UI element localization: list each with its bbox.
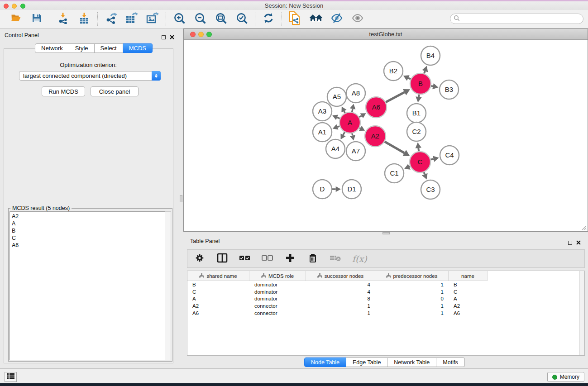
network-graph-canvas[interactable]: B4B2BB3B1A5A8A6A3AA1A2C2A4A7C4CC1C3DD1 <box>184 40 588 231</box>
graph-node-C4[interactable]: C4 <box>440 146 459 165</box>
graph-edge-C-C1[interactable] <box>409 167 410 167</box>
graph-node-B3[interactable]: B3 <box>440 80 459 99</box>
tab-network-table[interactable]: Network Table <box>387 357 436 367</box>
close-table-panel-icon[interactable] <box>576 238 581 247</box>
show-graphics-details-button[interactable] <box>351 12 364 26</box>
graph-edge-A-A1[interactable] <box>337 126 339 127</box>
optimization-criterion-select[interactable]: largest connected component (directed) <box>19 71 161 81</box>
horizontal-split-handle[interactable] <box>382 232 390 234</box>
show-column-panel-button[interactable] <box>216 253 228 265</box>
graph-node-C[interactable]: C <box>410 152 430 172</box>
tab-select[interactable]: Select <box>95 43 123 53</box>
home-overview-button[interactable] <box>309 12 323 26</box>
refresh-button[interactable] <box>262 12 275 26</box>
delete-column-button[interactable] <box>307 253 319 265</box>
graph-edge-A-A7[interactable] <box>352 133 353 136</box>
deselect-all-columns-button[interactable] <box>262 253 273 265</box>
save-session-button[interactable] <box>30 12 43 26</box>
select-all-columns-button[interactable] <box>239 253 251 265</box>
graph-node-B2[interactable]: B2 <box>384 62 403 81</box>
export-table-button[interactable] <box>125 12 139 26</box>
network-close-button[interactable] <box>190 32 196 37</box>
tab-node-table[interactable]: Node Table <box>304 357 346 367</box>
close-panel-button[interactable]: Close panel <box>91 86 139 96</box>
network-zoom-button[interactable] <box>206 32 212 37</box>
close-window-button[interactable] <box>4 4 9 9</box>
graph-edge-B-B1[interactable] <box>419 95 419 97</box>
tab-motifs[interactable]: Motifs <box>436 357 464 367</box>
tab-edge-table[interactable]: Edge Table <box>346 357 387 367</box>
graph-edge-A-A3[interactable] <box>337 117 340 119</box>
graph-edge-A2-C[interactable] <box>385 142 405 153</box>
delete-table-button[interactable] <box>330 253 341 265</box>
zoom-out-button[interactable] <box>193 12 207 26</box>
create-column-button[interactable] <box>284 253 296 265</box>
graph-edge-A-A5[interactable] <box>344 111 345 113</box>
table-scrollbar[interactable] <box>579 271 584 355</box>
search-input[interactable] <box>460 15 583 23</box>
graph-node-C3[interactable]: C3 <box>421 180 440 199</box>
graph-node-A2[interactable]: A2 <box>365 126 386 147</box>
graph-node-A8[interactable]: A8 <box>346 84 365 103</box>
graph-node-C1[interactable]: C1 <box>385 164 404 183</box>
graph-edge-B-B4[interactable] <box>424 71 425 73</box>
graph-node-B[interactable]: B <box>410 73 431 94</box>
import-table-button[interactable] <box>77 12 91 26</box>
graph-edge-C-C4[interactable] <box>430 159 433 159</box>
close-panel-icon[interactable] <box>170 33 174 41</box>
graph-node-D[interactable]: D <box>313 180 332 199</box>
network-document-button[interactable] <box>288 12 302 26</box>
hide-graphics-details-button[interactable] <box>330 12 344 26</box>
node-table-body[interactable]: Bdominator41BCdominator41CAdominator80AA… <box>187 281 584 317</box>
graph-edge-C-C3[interactable] <box>424 172 425 174</box>
mcds-result-item[interactable]: A6 <box>12 242 165 249</box>
mcds-result-scrollbar[interactable] <box>165 211 171 360</box>
graph-edge-B-B3[interactable] <box>431 86 433 86</box>
console-button[interactable] <box>5 372 17 382</box>
column-header-name[interactable]: name <box>449 271 488 281</box>
table-row[interactable]: A6connector11A6 <box>187 310 584 317</box>
mcds-result-item[interactable]: C <box>12 234 165 242</box>
graph-edge-B-B2[interactable] <box>408 78 411 79</box>
column-header-successor-nodes[interactable]: successor nodes <box>306 271 375 281</box>
import-network-button[interactable] <box>57 12 70 26</box>
resize-grip-icon[interactable] <box>580 224 587 230</box>
graph-node-B1[interactable]: B1 <box>407 104 426 123</box>
export-image-button[interactable] <box>146 12 159 26</box>
float-table-panel-icon[interactable] <box>568 241 572 245</box>
network-minimize-button[interactable] <box>198 32 204 37</box>
node-table-header[interactable]: shared nameMCDS rolesuccessor nodesprede… <box>187 271 584 281</box>
search-field[interactable] <box>450 14 583 24</box>
mcds-result-item[interactable]: A <box>12 220 165 227</box>
memory-button[interactable]: Memory <box>547 372 584 382</box>
graph-edge-A-A6[interactable] <box>359 116 362 117</box>
column-header-shared-name[interactable]: shared name <box>187 271 249 281</box>
graph-node-A4[interactable]: A4 <box>326 139 345 158</box>
graph-edge-A-A8[interactable] <box>352 109 353 112</box>
table-row[interactable]: Bdominator41B <box>187 281 584 288</box>
mcds-result-item[interactable]: B <box>12 227 165 234</box>
open-session-button[interactable] <box>9 12 23 26</box>
minimize-window-button[interactable] <box>12 4 17 9</box>
graph-edge-A-A4[interactable] <box>343 132 344 135</box>
tab-mcds[interactable]: MCDS <box>123 43 153 53</box>
column-header-MCDS-role[interactable]: MCDS role <box>249 271 306 281</box>
export-network-button[interactable] <box>104 12 118 26</box>
graph-node-A5[interactable]: A5 <box>327 87 346 106</box>
float-panel-icon[interactable] <box>162 35 166 39</box>
graph-edge-C-C2[interactable] <box>418 148 419 151</box>
network-window-titlebar[interactable]: testGlobe.txt <box>184 29 588 40</box>
zoom-window-button[interactable] <box>20 4 25 9</box>
graph-edge-A6-B[interactable] <box>386 92 404 102</box>
run-mcds-button[interactable]: Run MCDS <box>42 86 85 96</box>
graph-edge-A-A2[interactable] <box>359 128 360 128</box>
vertical-split-handle[interactable] <box>180 195 182 202</box>
graph-node-A1[interactable]: A1 <box>313 123 332 142</box>
table-row[interactable]: Adominator80A <box>187 295 584 303</box>
table-settings-button[interactable] <box>194 253 206 265</box>
column-header-predecessor-nodes[interactable]: predecessor nodes <box>375 271 449 281</box>
graph-node-A6[interactable]: A6 <box>366 97 387 118</box>
table-row[interactable]: A2connector11A2 <box>187 302 584 310</box>
zoom-fit-button[interactable] <box>214 12 228 26</box>
mcds-result-list[interactable]: A2ABCA6 <box>10 211 165 360</box>
